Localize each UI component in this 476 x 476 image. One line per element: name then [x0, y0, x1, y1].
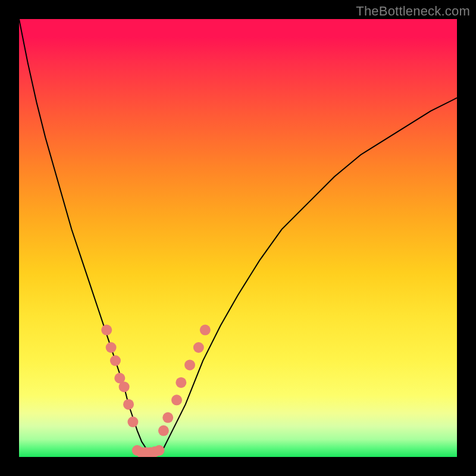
highlight-points	[101, 325, 211, 457]
data-point	[101, 325, 112, 336]
data-point	[154, 445, 165, 456]
data-point	[176, 377, 186, 388]
data-point	[200, 325, 211, 336]
data-point	[127, 416, 138, 427]
data-point	[158, 425, 169, 436]
chart-frame: TheBottleneck.com	[0, 0, 476, 476]
plot-area	[19, 19, 457, 457]
data-point	[106, 342, 117, 353]
data-point	[119, 381, 130, 392]
data-point	[193, 342, 204, 353]
data-point	[110, 355, 121, 366]
curve-svg	[19, 19, 457, 457]
data-point	[162, 412, 173, 423]
data-point	[123, 399, 134, 410]
watermark-label: TheBottleneck.com	[356, 4, 470, 19]
bottleneck-curve	[19, 19, 457, 453]
data-point	[184, 359, 195, 370]
data-point	[171, 394, 182, 405]
